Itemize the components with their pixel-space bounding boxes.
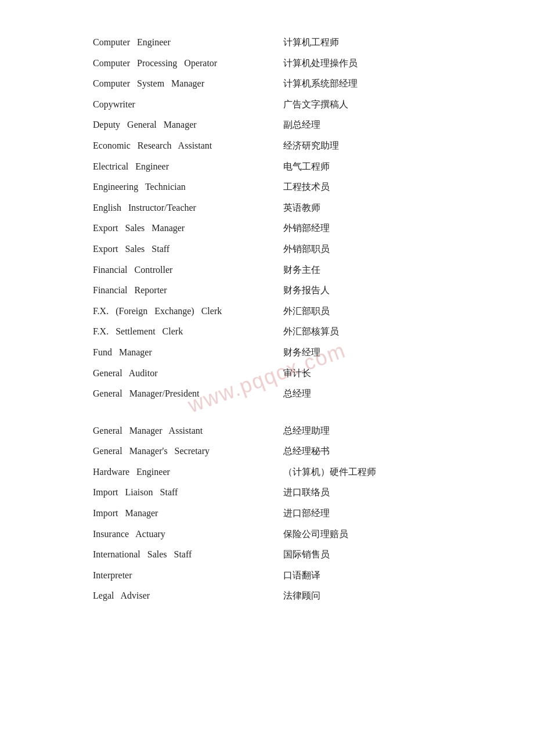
content-area: Computer Engineer计算机工程师Computer Processi… bbox=[93, 35, 441, 609]
chinese-term: 外销部职员 bbox=[283, 242, 330, 257]
english-term: General Manager's Secretary bbox=[93, 444, 279, 459]
english-term: Hardware Engineer bbox=[93, 465, 279, 480]
english-term: General Auditor bbox=[93, 366, 279, 381]
chinese-term: 工程技术员 bbox=[283, 179, 330, 195]
english-term: Deputy General Manager bbox=[93, 117, 279, 132]
chinese-term: 广告文字撰稿人 bbox=[283, 97, 348, 112]
list-item: General Auditor审计长 bbox=[93, 366, 441, 381]
list-item: Fund Manager财务经理 bbox=[93, 345, 441, 360]
list-item: General Manager/President总经理 bbox=[93, 386, 441, 401]
chinese-term: 口语翻译 bbox=[283, 568, 320, 583]
chinese-term: 英语教师 bbox=[283, 200, 320, 215]
list-item: Engineering Technician工程技术员 bbox=[93, 179, 441, 195]
chinese-term: 财务主任 bbox=[283, 262, 320, 278]
list-item: Computer Processing Operator计算机处理操作员 bbox=[93, 56, 441, 71]
list-item: Insurance Actuary保险公司理赔员 bbox=[93, 527, 441, 542]
list-item: Computer Engineer计算机工程师 bbox=[93, 35, 441, 50]
list-item: Electrical Engineer电气工程师 bbox=[93, 159, 441, 174]
list-item: Hardware Engineer（计算机）硬件工程师 bbox=[93, 465, 441, 480]
chinese-term: 副总经理 bbox=[283, 117, 320, 132]
list-item: Export Sales Staff外销部职员 bbox=[93, 242, 441, 257]
list-item: General Manager's Secretary总经理秘书 bbox=[93, 444, 441, 459]
chinese-term: 外销部经理 bbox=[283, 221, 330, 236]
english-term: Fund Manager bbox=[93, 345, 279, 360]
chinese-term: （计算机）硬件工程师 bbox=[283, 465, 376, 480]
english-term: General Manager/President bbox=[93, 386, 279, 401]
list-item: Copywriter广告文字撰稿人 bbox=[93, 97, 441, 112]
english-term: Export Sales Manager bbox=[93, 221, 279, 236]
english-term: International Sales Staff bbox=[93, 547, 279, 562]
english-term: Insurance Actuary bbox=[93, 527, 279, 542]
chinese-term: 审计长 bbox=[283, 366, 311, 381]
list-item: Computer System Manager计算机系统部经理 bbox=[93, 76, 441, 91]
chinese-term: 财务经理 bbox=[283, 345, 320, 360]
list-item: English Instructor/Teacher英语教师 bbox=[93, 200, 441, 215]
english-term: Copywriter bbox=[93, 97, 279, 112]
chinese-term: 外汇部职员 bbox=[283, 304, 330, 319]
english-term: English Instructor/Teacher bbox=[93, 200, 279, 215]
english-term: Legal Adviser bbox=[93, 588, 279, 603]
list-item: General Manager Assistant总经理助理 bbox=[93, 423, 441, 438]
english-term: General Manager Assistant bbox=[93, 423, 279, 438]
list-item: Economic Research Assistant经济研究助理 bbox=[93, 138, 441, 153]
chinese-term: 进口部经理 bbox=[283, 506, 330, 521]
chinese-term: 计算机工程师 bbox=[283, 35, 339, 50]
list-item: Legal Adviser法律顾问 bbox=[93, 588, 441, 603]
chinese-term: 总经理 bbox=[283, 386, 311, 401]
english-term: Import Manager bbox=[93, 506, 279, 521]
english-term: Computer Engineer bbox=[93, 35, 279, 50]
list-item: Financial Controller财务主任 bbox=[93, 262, 441, 278]
english-term: Electrical Engineer bbox=[93, 159, 279, 174]
chinese-term: 国际销售员 bbox=[283, 547, 330, 562]
list-item: Deputy General Manager副总经理 bbox=[93, 117, 441, 132]
chinese-term: 总经理助理 bbox=[283, 423, 330, 438]
english-term: Export Sales Staff bbox=[93, 242, 279, 257]
list-item: Financial Reporter财务报告人 bbox=[93, 283, 441, 298]
english-term: F.X. (Foreign Exchange) Clerk bbox=[93, 304, 279, 319]
english-term: F.X. Settlement Clerk bbox=[93, 324, 279, 339]
section-gap bbox=[93, 407, 441, 423]
list-item: International Sales Staff国际销售员 bbox=[93, 547, 441, 562]
english-term: Engineering Technician bbox=[93, 179, 279, 195]
chinese-term: 计算机处理操作员 bbox=[283, 56, 358, 71]
english-term: Computer Processing Operator bbox=[93, 56, 279, 71]
chinese-term: 财务报告人 bbox=[283, 283, 330, 298]
english-term: Import Liaison Staff bbox=[93, 485, 279, 500]
chinese-term: 外汇部核算员 bbox=[283, 324, 339, 339]
chinese-term: 进口联络员 bbox=[283, 485, 330, 500]
list-item: F.X. (Foreign Exchange) Clerk外汇部职员 bbox=[93, 304, 441, 319]
english-term: Interpreter bbox=[93, 568, 279, 583]
chinese-term: 法律顾问 bbox=[283, 588, 320, 603]
chinese-term: 保险公司理赔员 bbox=[283, 527, 348, 542]
list-item: Export Sales Manager外销部经理 bbox=[93, 221, 441, 236]
english-term: Computer System Manager bbox=[93, 76, 279, 91]
list-item: Interpreter口语翻译 bbox=[93, 568, 441, 583]
english-term: Financial Controller bbox=[93, 262, 279, 278]
chinese-term: 电气工程师 bbox=[283, 159, 330, 174]
list-item: F.X. Settlement Clerk外汇部核算员 bbox=[93, 324, 441, 339]
english-term: Economic Research Assistant bbox=[93, 138, 279, 153]
chinese-term: 经济研究助理 bbox=[283, 138, 339, 153]
list-item: Import Liaison Staff进口联络员 bbox=[93, 485, 441, 500]
chinese-term: 总经理秘书 bbox=[283, 444, 330, 459]
english-term: Financial Reporter bbox=[93, 283, 279, 298]
chinese-term: 计算机系统部经理 bbox=[283, 76, 358, 91]
list-item: Import Manager进口部经理 bbox=[93, 506, 441, 521]
